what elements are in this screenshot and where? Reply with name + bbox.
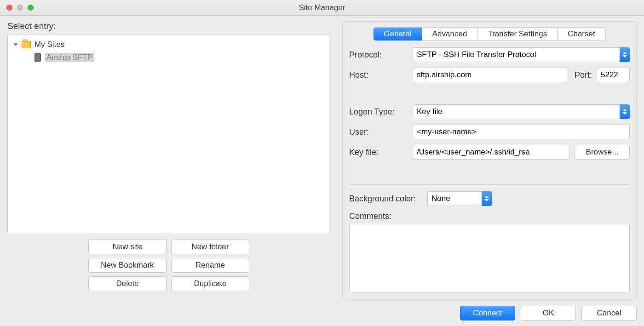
keyfile-row: Key file: Browse... <box>349 145 630 160</box>
host-row: Host: Port: <box>349 68 630 82</box>
entry-buttons: New site New folder New Bookmark Rename … <box>88 240 329 291</box>
logon-type-value[interactable] <box>413 104 630 119</box>
window-content: Select entry: My Sites Airship SFTP <box>0 16 644 326</box>
protocol-select[interactable] <box>413 47 630 62</box>
tab-advanced[interactable]: Advanced <box>422 28 477 40</box>
section-divider <box>349 184 630 185</box>
left-pane: Select entry: My Sites Airship SFTP <box>7 21 329 299</box>
connect-button[interactable]: Connect <box>460 306 515 320</box>
new-site-button[interactable]: New site <box>88 240 167 254</box>
tree-root[interactable]: My Sites <box>12 38 324 51</box>
delete-button[interactable]: Delete <box>88 276 167 291</box>
tree-item-label: Airship SFTP <box>45 53 94 62</box>
ok-button[interactable]: OK <box>521 306 576 320</box>
new-folder-button[interactable]: New folder <box>171 240 249 254</box>
keyfile-label: Key file: <box>349 148 408 157</box>
site-tree[interactable]: My Sites Airship SFTP <box>7 34 329 234</box>
tree-root-label: My Sites <box>34 40 64 49</box>
titlebar: Site Manager <box>0 0 644 16</box>
logon-type-select[interactable] <box>413 104 630 119</box>
cancel-button[interactable]: Cancel <box>581 306 637 320</box>
protocol-value[interactable] <box>413 47 630 62</box>
duplicate-button[interactable]: Duplicate <box>171 276 249 291</box>
user-input[interactable] <box>413 125 630 139</box>
window-title: Site Manager <box>0 3 644 12</box>
port-label: Port: <box>575 70 592 80</box>
user-row: User: <box>349 125 630 139</box>
protocol-row: Protocol: <box>349 47 630 62</box>
protocol-label: Protocol: <box>349 50 408 60</box>
logon-row: Logon Type: <box>349 104 630 119</box>
zoom-icon[interactable] <box>28 5 34 11</box>
dropdown-arrows-icon[interactable] <box>620 47 630 62</box>
logon-type-label: Logon Type: <box>349 107 408 117</box>
keyfile-input[interactable] <box>413 145 570 160</box>
tree-item-airship[interactable]: Airship SFTP <box>12 51 324 64</box>
port-input[interactable] <box>597 68 630 82</box>
window-controls <box>0 5 34 11</box>
bgcolor-select[interactable] <box>427 191 492 206</box>
user-label: User: <box>349 127 408 137</box>
details-pane: General Advanced Transfer Settings Chars… <box>342 21 637 299</box>
bgcolor-label: Background color: <box>349 194 423 204</box>
bgcolor-row: Background color: <box>349 191 630 206</box>
minimize-icon[interactable] <box>17 5 23 11</box>
tabs: General Advanced Transfer Settings Chars… <box>373 27 605 41</box>
host-label: Host: <box>349 70 408 80</box>
chevron-down-icon[interactable] <box>12 41 19 48</box>
host-input[interactable] <box>413 68 567 82</box>
footer-buttons: Connect OK Cancel <box>7 299 637 320</box>
close-icon[interactable] <box>6 5 12 11</box>
dropdown-arrows-icon[interactable] <box>620 104 630 119</box>
browse-button[interactable]: Browse... <box>575 145 630 160</box>
folder-icon <box>22 41 31 48</box>
tab-general[interactable]: General <box>374 28 421 40</box>
server-icon <box>34 53 41 62</box>
comments-label: Comments: <box>349 212 630 221</box>
dropdown-arrows-icon[interactable] <box>482 191 492 206</box>
select-entry-label: Select entry: <box>7 21 329 31</box>
rename-button[interactable]: Rename <box>171 258 249 273</box>
comments-textarea[interactable] <box>349 224 630 292</box>
new-bookmark-button[interactable]: New Bookmark <box>88 258 167 273</box>
tab-transfer-settings[interactable]: Transfer Settings <box>477 28 557 40</box>
site-manager-window: Site Manager Select entry: My Sites <box>0 0 644 326</box>
tab-charset[interactable]: Charset <box>557 28 605 40</box>
